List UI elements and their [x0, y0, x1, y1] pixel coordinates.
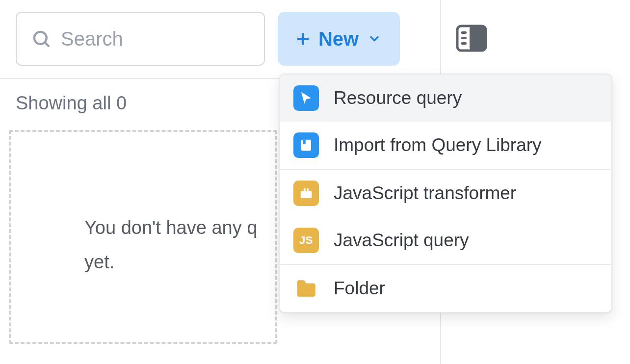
panel-view-toggle[interactable]	[456, 25, 487, 52]
menu-item-resource-query[interactable]: Resource query	[280, 75, 611, 122]
svg-rect-5	[461, 37, 467, 39]
search-field-wrap[interactable]	[16, 12, 265, 66]
book-icon	[293, 132, 319, 158]
briefcase-icon	[293, 181, 319, 206]
menu-item-import-query-library[interactable]: Import from Query Library	[280, 122, 611, 169]
menu-item-js-transformer[interactable]: JavaScript transformer	[280, 170, 611, 217]
menu-item-label: Import from Query Library	[334, 135, 542, 156]
plus-icon: +	[296, 27, 310, 50]
new-button-label: New	[318, 28, 359, 50]
svg-rect-11	[306, 188, 307, 191]
cursor-icon	[293, 85, 319, 111]
menu-item-folder[interactable]: Folder	[280, 265, 611, 312]
empty-state: You don't have any q yet.	[9, 130, 277, 344]
search-input[interactable]	[61, 28, 309, 50]
menu-item-label: Folder	[334, 278, 385, 299]
svg-line-1	[45, 43, 49, 47]
svg-rect-8	[303, 140, 306, 144]
results-count: Showing all 0	[16, 93, 127, 114]
chevron-down-icon	[368, 32, 381, 46]
svg-rect-9	[301, 191, 312, 198]
search-icon	[31, 29, 51, 49]
menu-item-label: Resource query	[334, 88, 462, 108]
toolbar: + New	[16, 12, 400, 66]
svg-rect-4	[461, 31, 467, 34]
menu-item-label: JavaScript transformer	[334, 183, 516, 204]
svg-rect-6	[461, 42, 467, 45]
menu-item-js-query[interactable]: JS JavaScript query	[280, 217, 611, 264]
svg-rect-7	[301, 140, 311, 151]
js-icon: JS	[293, 228, 319, 253]
empty-state-text: You don't have any q yet.	[84, 210, 275, 280]
new-dropdown-menu: Resource query Import from Query Library…	[279, 74, 612, 313]
folder-icon	[293, 276, 319, 301]
new-button[interactable]: + New	[278, 12, 400, 66]
menu-item-label: JavaScript query	[334, 230, 469, 251]
svg-rect-3	[470, 26, 486, 51]
